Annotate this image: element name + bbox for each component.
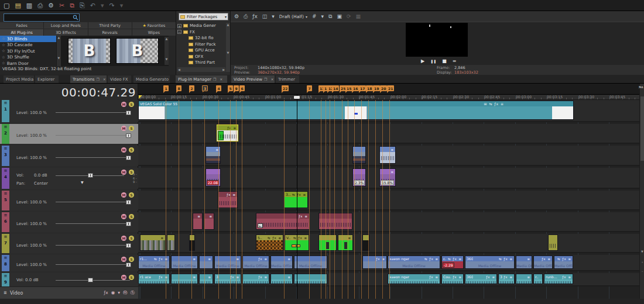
event-header-icons[interactable]: ≡ (208, 275, 211, 279)
track-menu-icon[interactable]: ≡ (2, 168, 9, 173)
timeline-vscrollbar[interactable]: ▲ ▼ ＋ － (639, 84, 644, 304)
search-input[interactable] (4, 15, 73, 20)
event-header-icons[interactable]: ≡ (287, 257, 291, 261)
marker-flag-8[interactable]: 8 (176, 85, 181, 91)
timeline-event[interactable]: ≡Media Offline (516, 255, 532, 269)
timeline-event[interactable]: xaeon nger⇆ ƒx ≡Media Offline (388, 255, 440, 269)
tree-expand-icon[interactable]: + (177, 24, 181, 28)
track-header-7[interactable]: ≡7MSLevel: 100.0 % (0, 234, 138, 253)
event-header-icons[interactable]: ⇆ ƒx ≡ (268, 236, 282, 240)
marker-flag-20[interactable]: 20 (380, 85, 387, 91)
tab-favorites[interactable]: ★Favorites (132, 22, 176, 29)
marker-flag-14[interactable]: 14 (332, 85, 339, 91)
timeline-event[interactable]: 3...ƒx ≡ (498, 274, 515, 284)
timeline-event[interactable]: r.. (533, 274, 543, 284)
event-header-icons[interactable]: ƒx ≡ (227, 193, 236, 196)
track-menu-icon[interactable]: ≡ (2, 101, 9, 105)
timeline-event[interactable]: r1...⇆ ƒx ≡Media Offline (138, 255, 170, 269)
tree-node[interactable]: GPU Acce (177, 47, 225, 54)
track-menu-icon[interactable]: ≡ (2, 213, 9, 217)
timeline-event[interactable] (294, 274, 327, 284)
bus-mute-icon[interactable]: Ⓜ (123, 290, 128, 296)
track-lane-2[interactable]: ƒx ≡ (138, 124, 639, 144)
tab-wipes[interactable]: Wipes (132, 29, 176, 36)
event-header-icons[interactable]: ƒx ≡ (258, 275, 268, 279)
slider-handle[interactable] (126, 200, 131, 205)
undo-icon[interactable]: ↶ (90, 2, 95, 9)
track-solo-button[interactable]: S (129, 126, 134, 131)
list-item[interactable]: ☆3D Blinds (0, 36, 56, 42)
event-header-icons[interactable]: ƒx ≡ (258, 257, 268, 261)
track-solo-button[interactable]: S (129, 147, 134, 153)
pause-button[interactable]: ❚❚ (430, 59, 436, 63)
copy-snapshot-icon[interactable]: ⧉ (328, 14, 332, 19)
pan-handle[interactable]: ▼ (81, 180, 84, 184)
tab-all-plug-ins[interactable]: All Plug-ins (0, 29, 43, 36)
list-item[interactable]: ☆3D Cascade (0, 42, 56, 49)
timeline-event[interactable]: ƒx ≡ (217, 125, 238, 141)
event-header-icons[interactable]: ƒx ≡ (503, 275, 513, 279)
event-header-icons[interactable]: ƒx ≡ (453, 275, 462, 279)
capture-icon[interactable]: ▦ (356, 14, 361, 19)
track-solo-button[interactable]: S (129, 275, 134, 280)
event-header-icons[interactable]: ≡ (287, 275, 291, 279)
track-lane-4[interactable]: 22.082.3%≡15.8% (138, 168, 639, 189)
loop-region-start-marker[interactable] (139, 95, 142, 99)
tree-node[interactable]: −FX (177, 29, 225, 36)
event-header-icons[interactable]: ⇆ ƒx ≡ (292, 193, 306, 196)
event-header-icons[interactable]: ≡ (193, 257, 196, 261)
timeline-event[interactable] (167, 234, 175, 251)
timeline-event[interactable]: ƒx ≡← (256, 213, 310, 230)
timeline-event[interactable]: runb...ƒx ≡ (544, 274, 573, 284)
transition-search-box[interactable] (4, 13, 80, 22)
transition-preview-thumb-1[interactable]: B (68, 38, 111, 64)
timeline-event[interactable]: ≡ (338, 234, 353, 251)
track-header-2[interactable]: ≡2MSLevel: 100.0 % (0, 124, 138, 144)
redo-icon[interactable]: ↷ (109, 2, 115, 9)
track-menu-icon[interactable]: ≡ (2, 234, 9, 239)
timeline-event[interactable]: ≡ (140, 234, 166, 251)
save-snapshot-icon[interactable]: ▣ (337, 14, 342, 19)
list-item[interactable]: ☆Barn Door (0, 60, 56, 66)
track-level-slider[interactable] (56, 202, 130, 202)
render-as-icon[interactable]: ⎙ (37, 2, 43, 9)
video-output-fx-icon[interactable]: ƒx (252, 14, 258, 19)
scroll-thumb[interactable] (640, 96, 644, 161)
marker-flag-17[interactable]: 17 (359, 85, 366, 91)
window-tab-media-generato[interactable]: Media Generato (133, 75, 170, 83)
track-lane-8[interactable]: r1...⇆ ƒx ≡Media Offline≡Media Offline≡≡… (138, 255, 639, 271)
event-header-icons[interactable]: ≡ (197, 215, 201, 218)
zoom-in-icon[interactable]: ＋ (640, 259, 644, 265)
playlist-button[interactable]: ≡ (453, 58, 457, 64)
track-menu-icon[interactable]: ≡ (2, 191, 9, 196)
bus-caret-icon[interactable]: ▾ (118, 290, 120, 296)
event-header-icons[interactable]: ≡ (390, 170, 394, 174)
timeline-event[interactable] (189, 234, 195, 251)
event-header-icons[interactable]: ≡ (236, 257, 239, 261)
timeline-event[interactable]: xaeon ngerƒx ≡ (388, 274, 440, 284)
marker-flag-18[interactable]: 18 (366, 85, 373, 91)
timeline-event[interactable]: ⇆ ƒx ≡Media Offline (554, 255, 573, 269)
timeline-event[interactable] (548, 234, 558, 251)
slider-handle[interactable] (126, 110, 131, 115)
bus-fx-icon[interactable]: ƒx (104, 290, 108, 296)
marker-tool-icon[interactable]: ⚑ (638, 85, 642, 90)
tab-float-close-icons[interactable]: ❐ ✕ (264, 77, 275, 81)
track-solo-button[interactable]: S (129, 214, 134, 219)
marker-flag-21[interactable]: 21 (387, 85, 394, 91)
window-tab-explorer[interactable]: Explorer (35, 75, 59, 83)
track-solo-button[interactable]: S (129, 236, 134, 241)
track-header-9[interactable]: ≡9MSVol: 0.0 dB (0, 273, 138, 286)
open-project-icon[interactable]: ▤ (15, 2, 20, 9)
timeline-event[interactable]: Cou...ƒx ≡ (441, 274, 464, 284)
event-header-icons[interactable]: ⊞ ⇆ ƒx ≡ (484, 102, 504, 106)
track-lane-9[interactable]: r1 aceƒx ≡≡≡3ƒx ≡ƒx ≡≡xaeon ngerƒx ≡Cou.… (138, 273, 639, 286)
slider-handle[interactable] (126, 262, 131, 267)
track-solo-button[interactable]: S (129, 257, 134, 262)
event-header-icons[interactable]: ≡ (390, 148, 394, 151)
track-level-slider[interactable] (56, 245, 130, 246)
event-header-icons[interactable]: ≡ (209, 215, 213, 218)
event-header-icons[interactable]: ≡ (527, 275, 530, 279)
slider-handle[interactable] (126, 133, 131, 138)
track-mute-button[interactable]: M (121, 126, 126, 131)
